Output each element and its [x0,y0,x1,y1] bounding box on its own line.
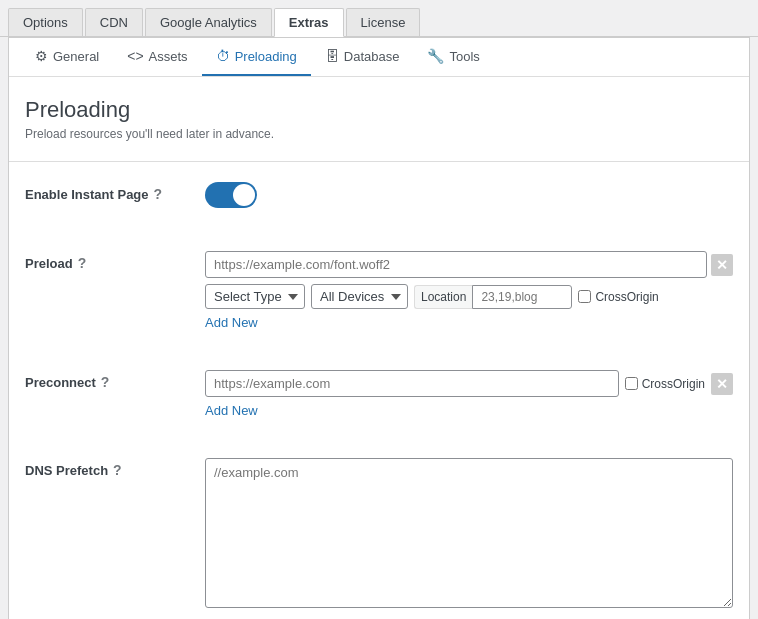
preconnect-crossorigin-checkbox[interactable] [625,377,638,390]
preload-control: ✕ Select Type Style Script Font Image Al… [205,251,733,330]
page-subtitle: Preload resources you'll need later in a… [25,127,733,141]
main-content: Preloading Preload resources you'll need… [9,77,749,619]
enable-instant-page-row: Enable Instant Page ? [25,182,733,231]
database-icon: 🗄 [325,48,339,64]
tools-icon: 🔧 [427,48,444,64]
preload-location-group: Location [414,285,572,309]
dns-prefetch-control [205,458,733,611]
enable-instant-page-control [205,182,733,211]
page-wrapper: Options CDN Google Analytics Extras Lice… [0,0,758,619]
subtab-database[interactable]: 🗄 Database [311,38,414,76]
dns-prefetch-textarea[interactable] [205,458,733,608]
assets-icon: <> [127,48,143,64]
general-icon: ⚙ [35,48,48,64]
preload-remove-button[interactable]: ✕ [711,254,733,276]
preconnect-add-new-link[interactable]: Add New [205,403,258,418]
preload-label: Preload ? [25,251,205,271]
tab-extras[interactable]: Extras [274,8,344,37]
dns-prefetch-label: DNS Prefetch ? [25,458,205,478]
preconnect-crossorigin-label[interactable]: CrossOrigin [625,377,705,391]
preconnect-remove-button[interactable]: ✕ [711,373,733,395]
preload-row: Preload ? ✕ Select Type Style Script Fon… [25,251,733,350]
tab-license[interactable]: License [346,8,421,36]
toggle-knob [233,184,255,206]
preload-add-new-link[interactable]: Add New [205,315,258,330]
preconnect-label: Preconnect ? [25,370,205,390]
tab-cdn[interactable]: CDN [85,8,143,36]
preconnect-row: Preconnect ? CrossOrigin ✕ Add New [25,370,733,438]
dns-prefetch-row: DNS Prefetch ? [25,458,733,619]
tab-google-analytics[interactable]: Google Analytics [145,8,272,36]
preload-url-input[interactable] [205,251,707,278]
preload-location-label: Location [414,285,472,309]
preload-crossorigin-label[interactable]: CrossOrigin [578,290,658,304]
preconnect-control: CrossOrigin ✕ Add New [205,370,733,418]
subtab-preloading[interactable]: ⏱ Preloading [202,38,311,76]
preload-options-row: Select Type Style Script Font Image All … [205,284,733,309]
preconnect-url-input[interactable] [205,370,619,397]
preload-location-input[interactable] [472,285,572,309]
divider [9,161,749,162]
subtab-assets[interactable]: <> Assets [113,38,201,76]
enable-instant-page-label: Enable Instant Page ? [25,182,205,202]
page-title: Preloading [25,97,733,123]
dns-prefetch-help-icon[interactable]: ? [113,462,122,478]
preload-crossorigin-checkbox[interactable] [578,290,591,303]
tab-options[interactable]: Options [8,8,83,36]
sub-tabs-bar: ⚙ General <> Assets ⏱ Preloading 🗄 Datab… [9,38,749,77]
preload-devices-select[interactable]: All Devices Desktop Mobile [311,284,408,309]
preload-type-select[interactable]: Select Type Style Script Font Image [205,284,305,309]
top-tabs-bar: Options CDN Google Analytics Extras Lice… [0,0,758,37]
content-area: ⚙ General <> Assets ⏱ Preloading 🗄 Datab… [8,37,750,619]
subtab-general[interactable]: ⚙ General [21,38,113,76]
preconnect-help-icon[interactable]: ? [101,374,110,390]
preloading-icon: ⏱ [216,48,230,64]
subtab-tools[interactable]: 🔧 Tools [413,38,493,76]
preload-input-row: ✕ [205,251,733,278]
preload-help-icon[interactable]: ? [78,255,87,271]
enable-instant-page-help-icon[interactable]: ? [154,186,163,202]
preconnect-input-row: CrossOrigin ✕ [205,370,733,397]
enable-instant-page-toggle[interactable] [205,182,257,208]
